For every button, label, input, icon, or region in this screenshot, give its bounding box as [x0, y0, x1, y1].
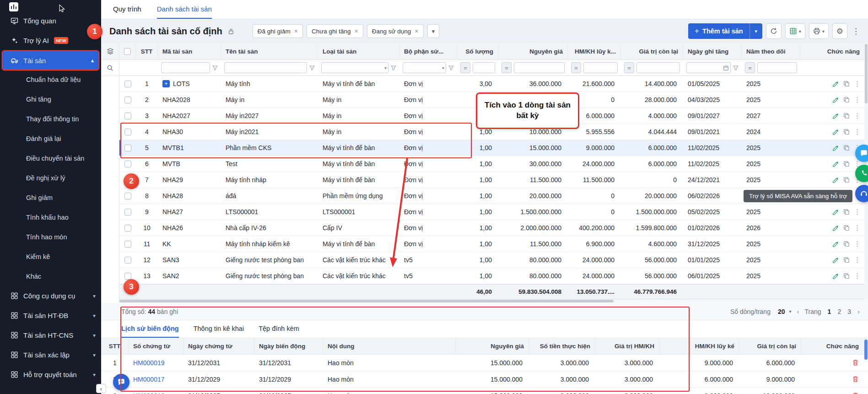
tab-danh-sach-tai-san[interactable]: Danh sách tài sản [157, 0, 212, 19]
sidebar-group-item[interactable]: Hỗ trợ quyết toán ▾ [0, 365, 101, 384]
detail-scrollbar-thumb[interactable] [864, 340, 868, 360]
copy-icon[interactable] [843, 129, 850, 135]
filter-ten-input[interactable] [224, 62, 307, 73]
table-row[interactable]: 12 +SAN3 Giếng nước test phòng ban Các v… [119, 252, 868, 268]
rows-per-page-select[interactable]: 20▾ [776, 308, 792, 315]
chevron-down-icon[interactable]: ▾ [384, 65, 387, 70]
sidebar-subitem[interactable]: Đánh giá lại [0, 129, 101, 148]
col-ma-tai-san[interactable]: Mã tài sản [158, 43, 221, 59]
chevron-down-icon[interactable]: ▾ [442, 65, 444, 70]
more-options-button[interactable]: ⋮ [851, 27, 861, 36]
edit-icon[interactable] [832, 273, 839, 280]
col-ngay-ghi-tang[interactable]: Ngày ghi tăng [683, 43, 742, 59]
table-row[interactable]: 1 +LOTS Máy tính Máy vi tính để bàn Đơn … [119, 76, 868, 92]
row-checkbox[interactable] [124, 161, 131, 167]
copy-icon[interactable] [843, 113, 850, 119]
copy-icon[interactable] [843, 97, 850, 103]
col-nam-theo-doi[interactable]: Năm theo dõi [742, 43, 800, 59]
copy-icon[interactable] [843, 177, 850, 183]
col-hm-kh[interactable]: HM/KH lũy k... [568, 43, 621, 59]
calendar-icon[interactable] [723, 65, 729, 71]
row-checkbox[interactable] [124, 177, 131, 184]
expand-icon[interactable]: + [162, 80, 170, 87]
edit-icon[interactable] [832, 97, 839, 103]
sidebar-group-item[interactable]: Công cụ dụng cụ ▾ [0, 286, 101, 306]
edit-icon[interactable] [832, 241, 839, 248]
delete-icon[interactable] [852, 392, 859, 394]
row-more-icon[interactable]: ⋮ [854, 96, 861, 104]
search-button[interactable] [101, 60, 119, 76]
tab-quy-trinh[interactable]: Quy trình [113, 0, 141, 19]
app-logo[interactable] [0, 0, 101, 11]
sidebar-subitem[interactable]: Đề nghị xử lý [0, 168, 101, 188]
edit-icon[interactable] [832, 209, 839, 216]
col-loai-tai-san[interactable]: Loại tài sản [318, 43, 399, 59]
col-ten-tai-san[interactable]: Tên tài sản [221, 43, 318, 59]
row-more-icon[interactable]: ⋮ [854, 208, 861, 216]
horizontal-scrollbar[interactable] [119, 299, 868, 303]
remove-filter-icon[interactable]: × [294, 27, 298, 35]
filter-so-luong-input[interactable] [473, 62, 495, 73]
col-so-luong[interactable]: Số lượng [457, 43, 498, 59]
row-checkbox[interactable] [124, 97, 131, 103]
funnel-icon[interactable] [391, 65, 396, 70]
col-nguyen-gia[interactable]: Nguyên giá [498, 43, 568, 59]
sidebar-subitem[interactable]: Ghi tăng [0, 89, 101, 109]
layers-button[interactable] [101, 43, 119, 60]
filter-gia-tri-input[interactable] [636, 62, 680, 73]
edit-icon[interactable] [832, 225, 839, 232]
sidebar-subitem[interactable]: Ghi giảm [0, 188, 101, 207]
copy-icon[interactable] [843, 81, 850, 87]
edit-icon[interactable] [832, 257, 839, 264]
edit-icon[interactable] [832, 145, 839, 151]
edit-icon[interactable] [832, 113, 839, 119]
col-stt[interactable]: STT [136, 43, 158, 59]
row-checkbox[interactable] [124, 145, 131, 151]
table-row[interactable]: 4 +NHA30 Máy in2021 Máy in Đơn vị 1,00 1… [119, 124, 868, 140]
row-more-icon[interactable]: ⋮ [854, 112, 861, 120]
add-asset-button[interactable]: +Thêm tài sản [688, 23, 749, 39]
scrollbar-thumb[interactable] [119, 300, 614, 302]
row-checkbox[interactable] [124, 129, 131, 135]
remove-filter-icon[interactable]: × [355, 27, 358, 35]
funnel-icon[interactable] [212, 65, 218, 70]
sidebar-group-item[interactable]: Tài sản HT-CNS ▾ [0, 325, 101, 345]
equals-operator[interactable]: = [460, 62, 470, 73]
table-row[interactable]: 7 +NHA29 Máy tính nháp Máy vi tính để bà… [119, 172, 868, 188]
tab-thong-tin-ke-khai[interactable]: Thông tin kê khai [194, 320, 244, 338]
copy-icon[interactable] [843, 241, 850, 247]
settings-button[interactable]: ⚙ [832, 23, 847, 39]
tab-lich-su-bien-dong[interactable]: Lịch sử biến động [121, 320, 179, 338]
row-more-icon[interactable]: ⋮ [854, 256, 861, 264]
page-number[interactable]: 1 [827, 308, 832, 315]
detail-row[interactable]: 1 HM000019 31/12/2031 31/12/2031 Hao mòn… [101, 355, 868, 371]
copy-icon[interactable] [843, 273, 850, 279]
table-row[interactable]: 9 +NHA27 LTS000001 LTS000001 Đơn vị 1,00… [119, 204, 868, 220]
table-row[interactable]: 3 +NHA2027 Máy in2027 Máy in Đơn vị 6.00… [119, 108, 868, 124]
sidebar-item-tro-ly-ai[interactable]: Trợ lý AI NEW [0, 31, 101, 50]
col-bo-phan[interactable]: Bộ phận sử... [399, 43, 457, 59]
delete-icon[interactable] [852, 359, 859, 366]
col-gia-tri-con-lai[interactable]: Giá trị còn lại [621, 43, 683, 59]
sidebar-subitem[interactable]: Chuẩn hóa dữ liệu [0, 70, 101, 89]
equals-operator[interactable]: = [571, 62, 581, 73]
edit-icon[interactable] [832, 177, 839, 184]
filter-chip[interactable]: Chưa ghi tăng × [307, 24, 363, 38]
sidebar-subitem[interactable]: Điều chuyển tài sản [0, 148, 101, 168]
sidebar-subitem[interactable]: Tính khấu hao [0, 207, 101, 227]
funnel-icon[interactable] [448, 65, 454, 70]
sidebar-subitem[interactable]: Tính hao mòn [0, 227, 101, 247]
row-checkbox[interactable] [124, 193, 131, 200]
row-checkbox[interactable] [124, 209, 131, 216]
row-more-icon[interactable]: ⋮ [854, 128, 861, 136]
detail-row[interactable]: 3 HM000016 31/12/2027 31/12/2027 Hao mòn… [101, 388, 868, 394]
sidebar-subitem[interactable]: Kiểm kê [0, 247, 101, 266]
filter-chip[interactable]: Đang sử dụng × [367, 24, 424, 38]
copy-icon[interactable] [843, 145, 850, 151]
row-more-icon[interactable]: ⋮ [854, 272, 861, 280]
dcell-so-chung-tu[interactable]: HM000017 [129, 371, 183, 387]
sidebar-item-tong-quan[interactable]: Tổng quan [0, 11, 101, 31]
sidebar-subitem[interactable]: Khác [0, 266, 101, 286]
edit-icon[interactable] [832, 81, 839, 87]
sidebar-subitem[interactable]: Thay đổi thông tin [0, 109, 101, 129]
